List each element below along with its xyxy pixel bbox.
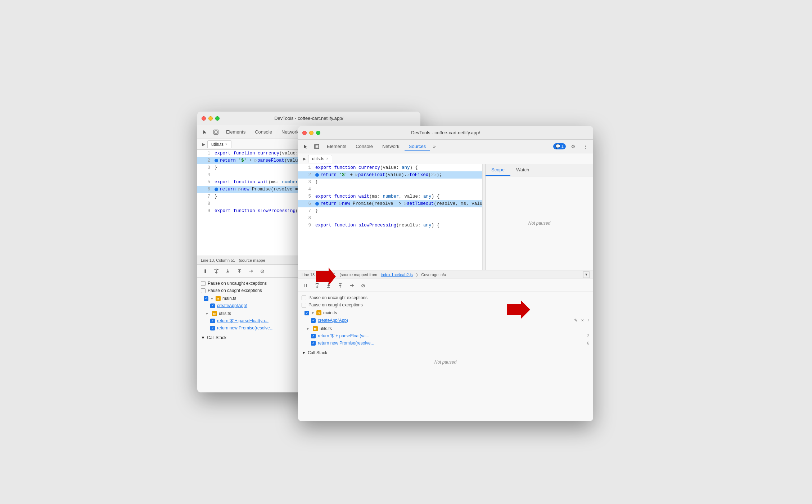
titlebar-back: DevTools - coffee-cart.netlify.app/	[197, 112, 420, 125]
bp-createapp-checkbox-back[interactable]	[210, 303, 215, 308]
step-out-btn-back[interactable]	[235, 266, 244, 276]
bp-return1-checkbox-back[interactable]	[210, 319, 215, 323]
scrollbar-front[interactable]	[482, 164, 485, 270]
breakpoints-section-front: Pause on uncaught exceptions Pause on ca…	[298, 292, 593, 371]
cursor-icon-back[interactable]	[200, 127, 210, 137]
pause-btn-front[interactable]: ⏸	[301, 281, 310, 290]
call-stack-label-back: Call Stack	[207, 335, 226, 340]
svg-rect-4	[315, 145, 318, 148]
step-over-btn-front[interactable]	[312, 281, 322, 290]
bp-return2-checkbox-front[interactable]	[311, 341, 316, 346]
file-tab-label-front: utils.ts	[312, 156, 324, 161]
tab-console-back[interactable]: Console	[251, 127, 276, 137]
bp-createapp-checkbox-front[interactable]	[311, 318, 316, 323]
tabbar-right-front: 💬 1 ⚙ ⋮	[553, 141, 590, 152]
pause-uncaught-label-front: Pause on uncaught exceptions	[308, 295, 367, 300]
tab-elements-back[interactable]: Elements	[222, 127, 250, 137]
bp-main-checkbox-front[interactable]	[304, 311, 309, 315]
call-stack-label-front: Call Stack	[308, 350, 327, 355]
cursor-position-front: Line 13, Column 51	[302, 273, 336, 277]
traffic-lights-front	[302, 131, 320, 135]
close-button-back[interactable]	[202, 116, 206, 121]
minimize-button-back[interactable]	[208, 116, 213, 121]
tab-network-front[interactable]: Network	[378, 141, 404, 151]
step-next-btn-front[interactable]	[347, 281, 356, 290]
panel-not-paused-front: Not paused	[525, 218, 553, 229]
step-into-btn-front[interactable]	[324, 281, 333, 290]
pause-caught-label-back: Pause on caught exceptions	[208, 288, 262, 293]
source-map-back: (source mappe	[239, 258, 265, 262]
file-tab-label-back: utils.ts	[211, 142, 224, 147]
step-out-btn-front[interactable]	[335, 281, 345, 290]
pause-caught-checkbox-front[interactable]	[302, 303, 306, 307]
panel-tabs-front: Scope Watch	[486, 164, 593, 176]
pause-uncaught-checkbox-front[interactable]	[302, 296, 306, 300]
window-title-front: DevTools - coffee-cart.netlify.app/	[411, 130, 480, 135]
main-area-front: 1 export function currency(value: any) {…	[298, 164, 593, 270]
deactivate-btn-back[interactable]: ⊘	[258, 266, 267, 276]
pause-uncaught-front[interactable]: Pause on uncaught exceptions	[298, 294, 593, 301]
file-tab-utils-front[interactable]: utils.ts ×	[308, 155, 332, 163]
code-line-1-front: 1 export function currency(value: any) {	[298, 164, 482, 171]
file-tab-utils-back[interactable]: utils.ts ×	[207, 140, 231, 148]
code-line-6-front: 6 return ▷new Promise(resolve => ▷setTim…	[298, 200, 482, 207]
pause-caught-label-front: Pause on caught exceptions	[308, 302, 363, 307]
bottom-panel-front: Pause on uncaught exceptions Pause on ca…	[298, 292, 593, 421]
call-stack-header-front[interactable]: ▼ Call Stack	[298, 349, 593, 357]
ts-icon-main-back: ts	[216, 296, 221, 301]
debug-controls-front: ⏸ ⊘	[298, 279, 593, 292]
minimize-button-front[interactable]	[309, 131, 313, 135]
bottom-split-front: Pause on uncaught exceptions Pause on ca…	[298, 292, 593, 421]
code-line-2-front: 2 return '$' + ▷parseFloat(value).▷toFix…	[298, 171, 482, 179]
pause-btn-back[interactable]: ⏸	[200, 266, 209, 276]
bp-item-return2-front[interactable]: return new Promise(resolve... 6	[298, 339, 593, 347]
pause-uncaught-checkbox-back[interactable]	[201, 281, 206, 286]
pause-uncaught-label-back: Pause on uncaught exceptions	[208, 281, 267, 286]
tab-sources-front[interactable]: Sources	[405, 141, 430, 151]
ts-icon-utils-front: ts	[313, 326, 318, 331]
tab-more-front[interactable]: »	[431, 142, 438, 150]
cursor-icon-front[interactable]	[301, 141, 311, 152]
nav-play-icon-back[interactable]: ▶	[199, 140, 207, 148]
bp-return1-checkbox-front[interactable]	[311, 334, 316, 338]
bp-file-header-utils-front[interactable]: ▼ ts utils.ts	[298, 325, 593, 332]
bp-return1-text-front: return '$' + parseFloat(va...	[318, 333, 585, 338]
settings-icon-front[interactable]: ⚙	[568, 141, 578, 152]
inspector-icon-front[interactable]	[312, 141, 322, 152]
file-tab-close-back[interactable]: ×	[225, 142, 227, 146]
source-file-link-front[interactable]: index.1ac4eab2.js	[381, 273, 413, 277]
bp-return2-checkbox-back[interactable]	[210, 326, 215, 330]
tab-scope-front[interactable]: Scope	[486, 164, 510, 176]
step-next-btn-back[interactable]	[246, 266, 256, 276]
code-line-4-front: 4	[298, 186, 482, 193]
more-icon-front[interactable]: ⋮	[580, 141, 590, 152]
bp-item-createapp-front[interactable]: createApp(App) ✎ × 7	[298, 316, 593, 324]
devtools-window-front: DevTools - coffee-cart.netlify.app/ Elem…	[298, 126, 593, 421]
window-title-back: DevTools - coffee-cart.netlify.app/	[274, 116, 343, 121]
bp-remove-btn-front[interactable]: ×	[580, 318, 585, 323]
bp-main-checkbox-back[interactable]	[204, 296, 208, 301]
deactivate-btn-front[interactable]: ⊘	[358, 281, 368, 290]
bp-file-header-main-front[interactable]: ▼ ts main.ts	[298, 309, 593, 316]
nav-play-icon-front[interactable]: ▶	[300, 155, 308, 163]
step-over-btn-back[interactable]	[212, 266, 221, 276]
code-editor-front: 1 export function currency(value: any) {…	[298, 164, 482, 270]
close-button-front[interactable]	[302, 131, 307, 135]
tab-elements-front[interactable]: Elements	[322, 141, 351, 151]
pause-caught-checkbox-back[interactable]	[201, 288, 206, 293]
bp-file-group-utils-front: ▼ ts utils.ts return '$' + parseFloat(va…	[298, 325, 593, 347]
bp-createapp-line-front: 7	[587, 318, 589, 323]
tab-console-front[interactable]: Console	[351, 141, 377, 151]
bp-edit-btn-front[interactable]: ✎	[573, 318, 579, 323]
code-line-9-front: 9 export function slowProcessing(results…	[298, 222, 482, 229]
file-tab-close-front[interactable]: ×	[326, 157, 328, 161]
tab-watch-front[interactable]: Watch	[510, 164, 535, 176]
source-map-front: (source mapped from	[339, 273, 377, 277]
coverage-btn-front[interactable]: ▼	[583, 271, 590, 278]
bp-item-return1-front[interactable]: return '$' + parseFloat(va... 2	[298, 332, 593, 339]
inspector-icon-back[interactable]	[211, 127, 221, 137]
step-into-btn-back[interactable]	[223, 266, 233, 276]
pause-caught-front[interactable]: Pause on caught exceptions	[298, 301, 593, 309]
maximize-button-front[interactable]	[316, 131, 320, 135]
maximize-button-back[interactable]	[215, 116, 220, 121]
